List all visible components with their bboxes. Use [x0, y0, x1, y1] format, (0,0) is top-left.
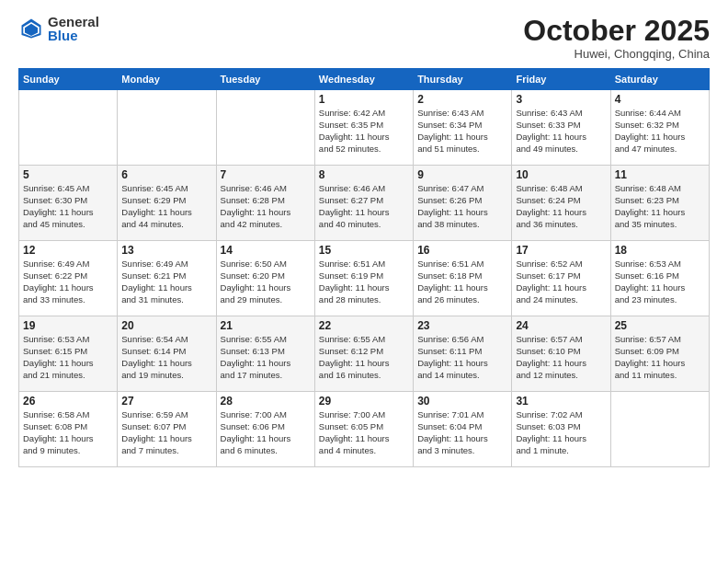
day-info: Sunrise: 6:56 AMSunset: 6:11 PMDaylight:… [417, 334, 507, 381]
calendar-cell: 24Sunrise: 6:57 AMSunset: 6:10 PMDayligh… [512, 316, 610, 392]
calendar-cell: 15Sunrise: 6:51 AMSunset: 6:19 PMDayligh… [314, 241, 413, 316]
calendar-cell: 8Sunrise: 6:46 AMSunset: 6:27 PMDaylight… [314, 166, 413, 241]
calendar-week-4: 19Sunrise: 6:53 AMSunset: 6:15 PMDayligh… [19, 316, 710, 392]
day-info: Sunrise: 6:59 AMSunset: 6:07 PMDaylight:… [121, 409, 211, 456]
day-info: Sunrise: 6:58 AMSunset: 6:08 PMDaylight:… [23, 409, 113, 456]
calendar-cell: 2Sunrise: 6:43 AMSunset: 6:34 PMDaylight… [414, 90, 512, 166]
title-block: October 2025 Huwei, Chongqing, China [523, 15, 710, 61]
day-number: 21 [221, 319, 311, 332]
calendar-week-1: 1Sunrise: 6:42 AMSunset: 6:35 PMDaylight… [19, 90, 710, 166]
day-info: Sunrise: 7:02 AMSunset: 6:03 PMDaylight:… [516, 409, 606, 456]
day-number: 27 [121, 395, 211, 408]
day-info: Sunrise: 6:43 AMSunset: 6:33 PMDaylight:… [516, 108, 606, 155]
day-number: 22 [319, 319, 409, 332]
calendar-cell: 25Sunrise: 6:57 AMSunset: 6:09 PMDayligh… [610, 316, 709, 392]
weekday-header-saturday: Saturday [610, 69, 709, 90]
day-info: Sunrise: 7:01 AMSunset: 6:04 PMDaylight:… [417, 409, 507, 456]
page: General Blue October 2025 Huwei, Chongqi… [0, 0, 728, 563]
day-number: 7 [221, 168, 311, 181]
calendar-week-5: 26Sunrise: 6:58 AMSunset: 6:08 PMDayligh… [19, 392, 710, 467]
calendar-cell: 6Sunrise: 6:45 AMSunset: 6:29 PMDaylight… [118, 166, 216, 241]
day-number: 31 [516, 395, 606, 408]
day-info: Sunrise: 6:48 AMSunset: 6:23 PMDaylight:… [615, 183, 705, 230]
day-number: 6 [121, 168, 211, 181]
calendar-cell: 22Sunrise: 6:55 AMSunset: 6:12 PMDayligh… [314, 316, 413, 392]
calendar-cell: 30Sunrise: 7:01 AMSunset: 6:04 PMDayligh… [414, 392, 512, 467]
calendar-cell: 20Sunrise: 6:54 AMSunset: 6:14 PMDayligh… [118, 316, 216, 392]
calendar-cell: 7Sunrise: 6:46 AMSunset: 6:28 PMDaylight… [216, 166, 314, 241]
day-number: 2 [417, 93, 507, 106]
weekday-header-friday: Friday [512, 69, 610, 90]
weekday-header-thursday: Thursday [414, 69, 512, 90]
day-number: 8 [319, 168, 409, 181]
month-title: October 2025 [523, 15, 710, 47]
day-info: Sunrise: 6:44 AMSunset: 6:32 PMDaylight:… [615, 108, 705, 155]
calendar-cell: 10Sunrise: 6:48 AMSunset: 6:24 PMDayligh… [512, 166, 610, 241]
calendar-cell: 14Sunrise: 6:50 AMSunset: 6:20 PMDayligh… [216, 241, 314, 316]
day-number: 4 [615, 93, 705, 106]
calendar-cell: 18Sunrise: 6:53 AMSunset: 6:16 PMDayligh… [610, 241, 709, 316]
calendar-cell: 3Sunrise: 6:43 AMSunset: 6:33 PMDaylight… [512, 90, 610, 166]
day-info: Sunrise: 6:55 AMSunset: 6:13 PMDaylight:… [221, 334, 311, 381]
calendar-cell: 4Sunrise: 6:44 AMSunset: 6:32 PMDaylight… [610, 90, 709, 166]
day-info: Sunrise: 7:00 AMSunset: 6:06 PMDaylight:… [221, 409, 311, 456]
weekday-header-row: SundayMondayTuesdayWednesdayThursdayFrid… [19, 69, 710, 90]
calendar-cell: 19Sunrise: 6:53 AMSunset: 6:15 PMDayligh… [19, 316, 118, 392]
day-number: 18 [615, 244, 705, 257]
day-info: Sunrise: 6:47 AMSunset: 6:26 PMDaylight:… [417, 183, 507, 230]
day-info: Sunrise: 6:43 AMSunset: 6:34 PMDaylight:… [417, 108, 507, 155]
day-info: Sunrise: 6:46 AMSunset: 6:27 PMDaylight:… [319, 183, 409, 230]
day-number: 9 [417, 168, 507, 181]
calendar-cell: 5Sunrise: 6:45 AMSunset: 6:30 PMDaylight… [19, 166, 118, 241]
calendar-week-3: 12Sunrise: 6:49 AMSunset: 6:22 PMDayligh… [19, 241, 710, 316]
day-info: Sunrise: 6:45 AMSunset: 6:30 PMDaylight:… [23, 183, 113, 230]
calendar-cell: 11Sunrise: 6:48 AMSunset: 6:23 PMDayligh… [610, 166, 709, 241]
calendar-cell [19, 90, 118, 166]
day-number: 15 [319, 244, 409, 257]
calendar-cell [610, 392, 709, 467]
calendar-cell: 29Sunrise: 7:00 AMSunset: 6:05 PMDayligh… [314, 392, 413, 467]
day-info: Sunrise: 6:57 AMSunset: 6:09 PMDaylight:… [615, 334, 705, 381]
day-info: Sunrise: 6:55 AMSunset: 6:12 PMDaylight:… [319, 334, 409, 381]
day-number: 25 [615, 319, 705, 332]
day-info: Sunrise: 6:42 AMSunset: 6:35 PMDaylight:… [319, 108, 409, 155]
location: Huwei, Chongqing, China [523, 47, 710, 61]
calendar-cell: 16Sunrise: 6:51 AMSunset: 6:18 PMDayligh… [414, 241, 512, 316]
day-number: 5 [23, 168, 113, 181]
day-info: Sunrise: 6:50 AMSunset: 6:20 PMDaylight:… [221, 259, 311, 305]
calendar-cell: 26Sunrise: 6:58 AMSunset: 6:08 PMDayligh… [19, 392, 118, 467]
weekday-header-wednesday: Wednesday [314, 69, 413, 90]
day-info: Sunrise: 6:52 AMSunset: 6:17 PMDaylight:… [516, 259, 606, 305]
weekday-header-sunday: Sunday [19, 69, 118, 90]
day-info: Sunrise: 6:51 AMSunset: 6:18 PMDaylight:… [417, 259, 507, 305]
calendar-cell: 12Sunrise: 6:49 AMSunset: 6:22 PMDayligh… [19, 241, 118, 316]
day-number: 24 [516, 319, 606, 332]
day-number: 20 [121, 319, 211, 332]
day-number: 3 [516, 93, 606, 106]
calendar-cell: 28Sunrise: 7:00 AMSunset: 6:06 PMDayligh… [216, 392, 314, 467]
day-number: 28 [221, 395, 311, 408]
day-info: Sunrise: 6:53 AMSunset: 6:16 PMDaylight:… [615, 259, 705, 305]
calendar-cell: 17Sunrise: 6:52 AMSunset: 6:17 PMDayligh… [512, 241, 610, 316]
day-number: 12 [23, 244, 113, 257]
day-info: Sunrise: 6:51 AMSunset: 6:19 PMDaylight:… [319, 259, 409, 305]
day-number: 10 [516, 168, 606, 181]
day-number: 11 [615, 168, 705, 181]
calendar-cell: 9Sunrise: 6:47 AMSunset: 6:26 PMDaylight… [414, 166, 512, 241]
calendar-cell: 1Sunrise: 6:42 AMSunset: 6:35 PMDaylight… [314, 90, 413, 166]
day-number: 29 [319, 395, 409, 408]
logo-text: General Blue [48, 15, 99, 42]
day-info: Sunrise: 6:49 AMSunset: 6:22 PMDaylight:… [23, 259, 113, 305]
day-number: 13 [121, 244, 211, 257]
day-number: 23 [417, 319, 507, 332]
weekday-header-monday: Monday [118, 69, 216, 90]
day-number: 17 [516, 244, 606, 257]
day-number: 30 [417, 395, 507, 408]
logo: General Blue [18, 15, 99, 42]
calendar-cell: 21Sunrise: 6:55 AMSunset: 6:13 PMDayligh… [216, 316, 314, 392]
day-info: Sunrise: 6:48 AMSunset: 6:24 PMDaylight:… [516, 183, 606, 230]
calendar-cell: 13Sunrise: 6:49 AMSunset: 6:21 PMDayligh… [118, 241, 216, 316]
calendar-cell: 27Sunrise: 6:59 AMSunset: 6:07 PMDayligh… [118, 392, 216, 467]
day-info: Sunrise: 6:49 AMSunset: 6:21 PMDaylight:… [121, 259, 211, 305]
day-info: Sunrise: 6:53 AMSunset: 6:15 PMDaylight:… [23, 334, 113, 381]
